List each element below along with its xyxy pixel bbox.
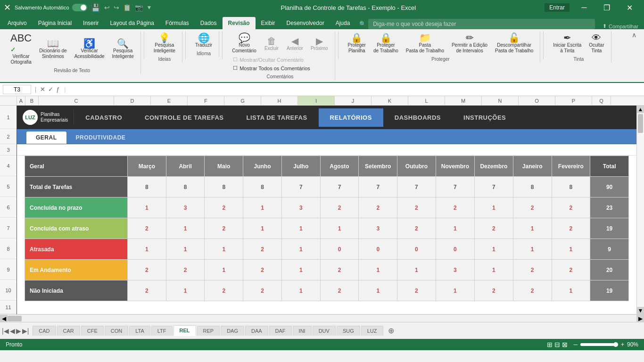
confirm-formula-icon[interactable]: ✓ <box>48 86 53 93</box>
close-button[interactable]: ✕ <box>619 0 640 15</box>
tab-inserir[interactable]: Inserir <box>77 17 104 29</box>
scroll-left-btn[interactable]: ◀ <box>0 315 8 322</box>
toggle-switch[interactable] <box>72 4 87 11</box>
sheet-tab-daf[interactable]: DAF <box>269 326 292 336</box>
sheet-tab-cad[interactable]: CAD <box>33 326 56 336</box>
autosave-toggle[interactable]: Salvamento Automático <box>15 4 87 11</box>
tab-pagina-inicial[interactable]: Página Inicial <box>33 17 77 29</box>
tab-formulas[interactable]: Fórmulas <box>160 17 195 29</box>
btn-anterior[interactable]: ◀ Anterior <box>284 35 306 52</box>
btn-ocultar-tinta[interactable]: 👁 OcultarTinta <box>586 32 607 55</box>
btn-novo-comentario[interactable]: 💬 NovoComentário <box>229 32 259 55</box>
col-K[interactable]: K <box>372 96 408 105</box>
sub-tab-geral[interactable]: GERAL <box>26 132 66 144</box>
btn-traduzir[interactable]: 🌐 Traduzir <box>192 32 215 49</box>
tab-revisao[interactable]: Revisão <box>223 17 256 29</box>
sheet-tab-add[interactable]: ⊕ <box>384 324 398 337</box>
btn-pasta[interactable]: 📁 PastaPasta de Trabalho <box>403 32 447 55</box>
sheet-tab-rep[interactable]: REP <box>197 326 220 336</box>
normal-view-icon[interactable]: ⊞ <box>547 341 553 348</box>
nav-dashboards[interactable]: DASHBOARDS <box>383 108 452 127</box>
restore-button[interactable]: ❐ <box>596 0 618 15</box>
sheet-tab-duv[interactable]: DUV <box>313 326 336 336</box>
search-input[interactable] <box>368 19 595 29</box>
sheet-nav-next[interactable]: ▶ <box>16 327 21 335</box>
share-area[interactable]: ⬆ Compartilhar <box>599 23 642 29</box>
tab-exibir[interactable]: Exibir <box>256 17 281 29</box>
btn-verificar-ortografia[interactable]: ABC✓ VerificarOrtografia <box>8 32 34 66</box>
nav-relatorios[interactable]: RELATÓRIOS <box>319 108 383 127</box>
tab-layout[interactable]: Layout da Página <box>104 17 159 29</box>
nav-cadastro[interactable]: CADASTRO <box>74 108 133 127</box>
insert-function-icon[interactable]: ƒ <box>56 86 59 93</box>
col-E[interactable]: E <box>151 96 188 105</box>
col-N[interactable]: N <box>482 96 519 105</box>
ribbon-expand[interactable]: ∧ <box>612 31 640 39</box>
sheet-tab-sug[interactable]: SUG <box>337 326 360 336</box>
v-scrollbar[interactable]: ▲ ▼ <box>636 106 644 314</box>
btn-dicionario[interactable]: 📖 Dicionário deSinônimos <box>36 38 69 60</box>
col-Q[interactable]: Q <box>592 96 611 105</box>
minimize-button[interactable]: ─ <box>573 0 595 15</box>
scroll-right-btn[interactable]: ▶ <box>636 315 644 322</box>
col-O[interactable]: O <box>519 96 555 105</box>
quick-access-arrow[interactable]: ▼ <box>147 4 152 11</box>
formula-input[interactable] <box>68 86 641 93</box>
tab-desenvolvedor[interactable]: Desenvolvedor <box>281 17 330 29</box>
scroll-down-btn[interactable]: ▼ <box>637 307 644 314</box>
col-P[interactable]: P <box>555 96 592 105</box>
sheet-tab-luz[interactable]: LUZ <box>361 326 383 336</box>
btn-excluir[interactable]: 🗑 Excluir <box>261 35 282 52</box>
cb-mostrar-todos[interactable]: ☐ Mostrar Todos os Comentários <box>231 64 330 72</box>
tab-arquivo[interactable]: Arquivo <box>2 17 33 29</box>
zoom-knob[interactable] <box>613 342 618 347</box>
sheet-tab-rel[interactable]: REL <box>173 325 196 336</box>
zoom-out-btn[interactable]: ─ <box>573 341 578 348</box>
col-B[interactable]: B <box>25 96 39 105</box>
sheet-tab-daa[interactable]: DAA <box>245 326 268 336</box>
cb-mostrar-ocultar[interactable]: ☐ Mostrar/Ocultar Comentário <box>231 56 330 64</box>
btn-pesquisa[interactable]: 🔍 PesquisaInteligente <box>109 38 137 60</box>
page-layout-icon[interactable]: ⊟ <box>554 341 560 348</box>
col-H[interactable]: H <box>261 96 298 105</box>
h-scrollbar[interactable]: ◀ ▶ <box>0 314 644 322</box>
sheet-nav-last[interactable]: ▶| <box>22 327 29 335</box>
btn-acessibilidade[interactable]: ♿ VerificarAcessibilidade <box>72 38 107 60</box>
sub-tab-produtividade[interactable]: PRODUTIVIDADE <box>66 132 135 144</box>
col-G[interactable]: G <box>224 96 261 105</box>
sheet-nav-first[interactable]: |◀ <box>2 327 9 335</box>
sheet-nav-prev[interactable]: ◀ <box>10 327 15 335</box>
save-icon[interactable]: 💾 <box>91 3 100 12</box>
col-F[interactable]: F <box>188 96 224 105</box>
undo-icon[interactable]: ↩ <box>104 4 110 11</box>
cancel-formula-icon[interactable]: ✕ <box>40 86 45 93</box>
col-A[interactable]: A <box>17 96 25 105</box>
scroll-up-btn[interactable]: ▲ <box>637 106 644 113</box>
btn-iniciar-escrita[interactable]: ✒ Iniciar Escritaà Tinta <box>550 32 584 55</box>
col-D[interactable]: D <box>114 96 151 105</box>
print-icon[interactable]: 📋 <box>123 4 131 11</box>
scroll-thumb[interactable] <box>638 114 643 133</box>
sheet-tab-lta[interactable]: LTA <box>129 326 150 336</box>
redo-icon[interactable]: ↪ <box>114 4 119 11</box>
col-M[interactable]: M <box>445 96 482 105</box>
btn-descompartilhar[interactable]: 🔓 DescompartilharPasta de Trabalho <box>492 32 536 55</box>
nav-controle[interactable]: CONTROLE DE TAREFAS <box>133 108 235 127</box>
tab-ajuda[interactable]: Ajuda <box>330 17 356 29</box>
camera-icon[interactable]: 📷 <box>135 4 143 11</box>
btn-permitir-edicao[interactable]: ✏ Permitir a Ediçãode Intervalos <box>449 32 490 55</box>
nav-instrucoes[interactable]: INSTRUÇÕES <box>452 108 517 127</box>
btn-proteger-planilha[interactable]: 🔒 ProtegerPlanilha <box>345 32 369 55</box>
scroll-track[interactable] <box>637 113 644 307</box>
btn-pesquisa-inteligente[interactable]: 💡 PesquisaInteligente <box>151 32 178 55</box>
btn-proximo[interactable]: ▶ Próximo <box>308 35 331 52</box>
col-I[interactable]: I <box>298 96 335 105</box>
col-J[interactable]: J <box>335 96 372 105</box>
page-break-icon[interactable]: ⊠ <box>562 341 568 348</box>
col-C[interactable]: C <box>39 96 114 105</box>
sheet-tab-car[interactable]: CAR <box>57 326 80 336</box>
h-scroll-thumb[interactable] <box>8 316 22 321</box>
name-box[interactable]: T3 <box>3 85 31 94</box>
nav-lista[interactable]: LISTA DE TAREFAS <box>235 108 318 127</box>
sheet-tab-cfe[interactable]: CFE <box>81 326 104 336</box>
